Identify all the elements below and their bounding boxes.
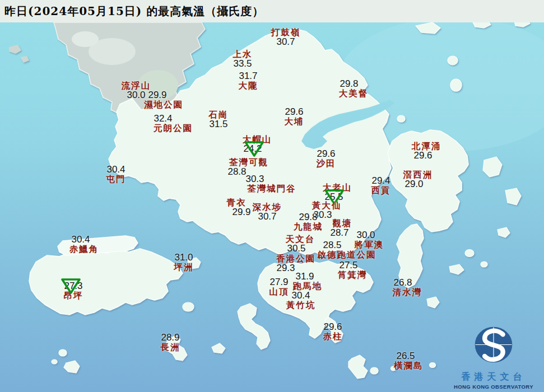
station-name: 筲箕灣 — [338, 270, 368, 279]
station-name: 黃大仙 — [312, 200, 342, 210]
station-value: 26.5 — [396, 351, 415, 361]
station: 上水33.5 — [233, 49, 253, 68]
station-value: 28.5 — [323, 240, 341, 250]
station-value: 29.6 — [323, 322, 342, 332]
station-name: 橫瀾島 — [394, 361, 424, 370]
station-name: 上水 — [233, 49, 253, 59]
station-value: 30.0 — [127, 90, 145, 100]
station-name: 大隴 — [239, 81, 258, 90]
station-value: 24.2 — [243, 144, 262, 153]
station: 31.0坪洲 — [174, 253, 194, 272]
station-name: 坪洲 — [174, 262, 194, 272]
station-value: 33.5 — [233, 59, 252, 68]
station-name: 青衣 — [227, 198, 247, 207]
station: 31.9跑馬地 — [293, 272, 323, 291]
station: 31.7大隴 — [239, 71, 258, 90]
hko-logo-english: HONG KONG OBSERVATORY — [450, 384, 537, 390]
station-name: 屯門 — [106, 174, 126, 184]
station: 29.9濕地公園 — [144, 90, 183, 109]
station: 28.9長洲 — [161, 333, 180, 352]
station-name: 深水埗 — [253, 202, 282, 212]
station-value: 32.4 — [154, 114, 172, 123]
station: 28.5啟德跑道公園 — [318, 240, 376, 259]
hko-emblem-icon — [466, 321, 522, 370]
station-value: 27.5 — [339, 260, 357, 270]
station: 29.4西貢 — [371, 176, 391, 195]
station-name: 石崗 — [209, 110, 229, 119]
station-value: 27.9 — [269, 277, 288, 287]
station: 29.8九龍城 — [294, 212, 323, 231]
station-name: 沙田 — [317, 158, 336, 168]
station: 觀塘28.7 — [333, 218, 352, 237]
station-name: 長洲 — [161, 342, 180, 352]
station-value: 29.6 — [285, 107, 303, 116]
station-name: 九龍城 — [294, 222, 323, 231]
station-name: 大美督 — [339, 88, 369, 98]
station-value: 29.9 — [232, 207, 250, 217]
page-title: 昨日(2024年05月15日) 的最高氣溫（攝氏度） — [4, 4, 264, 19]
station: 26.8清水灣 — [393, 278, 422, 297]
hko-logo: 香港天文台 HONG KONG OBSERVATORY — [450, 321, 537, 390]
station: 打鼓嶺30.7 — [271, 27, 301, 46]
station-name: 黃竹坑 — [286, 300, 316, 310]
station-value: 28.7 — [330, 228, 348, 237]
station: 27.3昂坪 — [64, 281, 83, 300]
station-name: 北潭涌 — [412, 141, 441, 151]
station-value: 29.6 — [317, 149, 335, 158]
station: 29.6赤柱 — [323, 322, 343, 341]
station-name: 啟德跑道公園 — [318, 250, 376, 259]
station-name: 滘西洲 — [403, 170, 433, 179]
station-value: 28.8 — [227, 167, 246, 176]
station: 30.4屯門 — [106, 165, 126, 184]
station: 32.4元朗公園 — [154, 114, 193, 133]
station: 青衣29.9 — [227, 198, 247, 217]
station: 深水埗30.7 — [253, 202, 282, 221]
station-value: 31.7 — [239, 71, 257, 81]
station: 26.5橫瀾島 — [394, 351, 424, 370]
station-name: 流浮山 — [122, 81, 151, 90]
station-value: 28.9 — [161, 333, 179, 342]
station: 滘西洲29.0 — [403, 170, 433, 189]
station-value: 30.7 — [258, 212, 276, 221]
station-name: 觀塘 — [333, 218, 352, 228]
station: 30.4赤鱲角 — [69, 235, 99, 254]
station-value: 30.5 — [287, 244, 305, 253]
station-name: 元朗公園 — [154, 123, 193, 133]
station: 石崗31.5 — [209, 110, 229, 129]
station: 27.5筲箕灣 — [338, 260, 368, 279]
station: 29.6大埔 — [285, 107, 304, 126]
station-value: 29.6 — [413, 151, 432, 160]
station-value: 30.3 — [245, 174, 264, 184]
station-value: 29.4 — [371, 176, 390, 185]
station-name: 香港公園 — [276, 254, 315, 263]
station-name: 天文台 — [286, 234, 315, 244]
station-name: 荃灣可觀 — [229, 157, 268, 167]
station-name: 荃灣城門谷 — [247, 184, 296, 193]
station-name: 跑馬地 — [293, 281, 323, 291]
station-name: 打鼓嶺 — [271, 27, 301, 37]
station-name: 大帽山 — [243, 134, 272, 144]
station-value: 30.4 — [291, 291, 310, 300]
station: 大帽山24.2 — [243, 134, 272, 153]
station-value: 27.3 — [64, 281, 82, 291]
station: 天文台30.5 — [286, 234, 315, 253]
station-value: 31.5 — [209, 119, 227, 129]
station-name: 大老山 — [323, 183, 352, 192]
station-value: 30.7 — [276, 37, 295, 46]
station-name: 赤柱 — [323, 332, 343, 341]
station: 香港公園29.3 — [276, 254, 315, 273]
station-value: 30.0 — [356, 230, 375, 240]
station-name: 西貢 — [371, 185, 391, 195]
station-value: 29.8 — [340, 79, 358, 88]
station-value: 29.9 — [148, 90, 166, 100]
hko-logo-chinese: 香港天文台 — [450, 371, 537, 383]
station-value: 29.0 — [404, 179, 423, 189]
weather-map-screen: 昨日(2024年05月15日) 的最高氣溫（攝氏度） 打鼓嶺30.7上水33.5… — [0, 0, 544, 392]
station: 29.6沙田 — [317, 149, 336, 168]
station-name: 清水灣 — [393, 287, 422, 297]
station-name: 昂坪 — [64, 291, 83, 300]
station: 29.8大美督 — [339, 79, 369, 98]
station: 30.3荃灣城門谷 — [247, 174, 296, 193]
station-name: 赤鱲角 — [69, 244, 99, 254]
station-name: 濕地公園 — [144, 100, 183, 109]
